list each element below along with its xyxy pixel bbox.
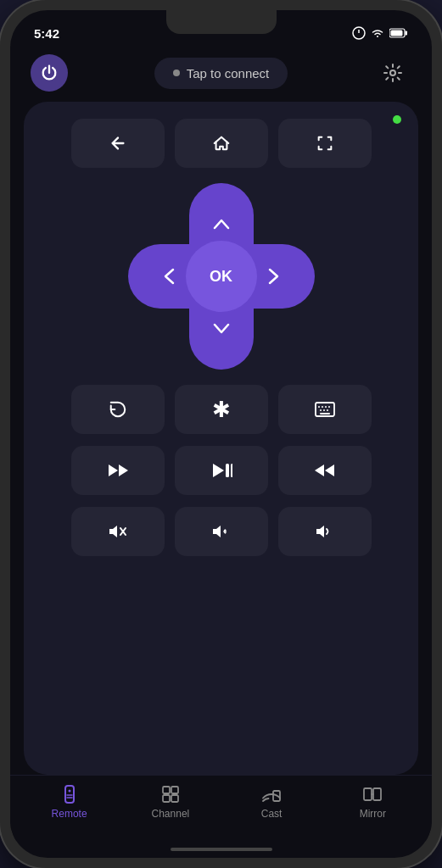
- keyboard-button[interactable]: [278, 385, 372, 434]
- playpause-icon: [210, 462, 232, 479]
- nav-item-mirror[interactable]: Mirror: [347, 784, 398, 820]
- remote-nav-icon: [59, 784, 80, 804]
- fullscreen-button[interactable]: [278, 119, 372, 168]
- chevron-right-icon: [268, 268, 280, 285]
- nav-item-channel[interactable]: Channel: [145, 784, 196, 820]
- dpad: OK: [128, 183, 315, 370]
- ok-label: OK: [210, 268, 232, 286]
- back-button[interactable]: [71, 119, 165, 168]
- notch: [166, 10, 277, 34]
- asterisk-label: ✱: [212, 397, 231, 423]
- svg-rect-28: [364, 788, 372, 800]
- power-icon: [40, 64, 59, 82]
- volume-up-button[interactable]: [278, 507, 372, 556]
- svg-rect-3: [406, 31, 408, 36]
- volume-up-icon: [314, 523, 336, 540]
- cast-nav-label: Cast: [261, 808, 283, 820]
- chevron-left-icon: [163, 268, 175, 285]
- remote-icon: [59, 784, 80, 804]
- settings-button[interactable]: [374, 54, 411, 92]
- mirror-icon: [362, 784, 383, 804]
- svg-rect-23: [163, 787, 170, 793]
- volume-down-button[interactable]: [175, 507, 268, 556]
- home-icon: [212, 134, 231, 153]
- home-indicator: [10, 841, 432, 858]
- mirror-nav-icon: [362, 784, 383, 804]
- signal-icon: [352, 26, 366, 40]
- phone-frame: 5:42: [0, 0, 442, 868]
- nav-item-remote[interactable]: Remote: [44, 784, 95, 820]
- bottom-nav: Remote Channel: [10, 775, 432, 841]
- playpause-button[interactable]: [175, 446, 268, 495]
- svg-rect-4: [391, 31, 403, 36]
- rewind-button[interactable]: [71, 446, 165, 495]
- channel-nav-label: Channel: [152, 808, 190, 820]
- header: Tap to connect: [10, 47, 432, 102]
- rewind-icon: [107, 463, 129, 478]
- replay-button[interactable]: [71, 385, 165, 434]
- svg-rect-24: [171, 787, 178, 793]
- media-row-3: [41, 507, 401, 556]
- mute-icon: [107, 523, 129, 540]
- battery-icon: [389, 28, 408, 38]
- svg-rect-15: [226, 464, 229, 477]
- svg-point-5: [390, 70, 395, 75]
- svg-rect-29: [373, 788, 381, 800]
- back-icon: [109, 134, 127, 153]
- power-button[interactable]: [31, 54, 68, 92]
- phone-screen: 5:42: [10, 10, 432, 858]
- home-button[interactable]: [175, 119, 268, 168]
- keyboard-icon: [315, 401, 335, 418]
- replay-icon: [109, 400, 127, 419]
- settings-icon: [383, 63, 403, 83]
- online-indicator: [393, 115, 401, 124]
- media-row-2: [41, 446, 401, 495]
- connect-button[interactable]: Tap to connect: [154, 58, 288, 89]
- svg-point-20: [68, 790, 70, 793]
- channel-nav-icon: [160, 784, 181, 804]
- home-bar: [171, 848, 272, 851]
- mute-button[interactable]: [71, 507, 165, 556]
- mirror-nav-label: Mirror: [360, 808, 386, 820]
- connect-status-dot: [173, 70, 180, 76]
- channel-icon: [160, 784, 181, 804]
- fastforward-icon: [314, 463, 336, 478]
- chevron-up-icon: [213, 218, 230, 230]
- chevron-down-icon: [213, 323, 230, 335]
- nav-item-cast[interactable]: Cast: [246, 784, 297, 820]
- connect-text: Tap to connect: [187, 66, 270, 81]
- svg-rect-16: [231, 464, 232, 477]
- options-button[interactable]: ✱: [175, 385, 268, 434]
- fullscreen-icon: [316, 134, 334, 153]
- status-icons: [352, 26, 408, 40]
- svg-rect-19: [65, 786, 74, 803]
- status-time: 5:42: [34, 26, 59, 41]
- svg-rect-25: [163, 795, 170, 802]
- svg-rect-26: [171, 795, 178, 802]
- cast-nav-icon: [261, 784, 282, 804]
- remote-nav-label: Remote: [52, 808, 87, 820]
- cast-icon: [261, 784, 282, 804]
- fastforward-button[interactable]: [278, 446, 372, 495]
- ok-button[interactable]: OK: [186, 241, 257, 312]
- volume-down-icon: [210, 523, 232, 540]
- nav-buttons-row: [41, 119, 401, 168]
- media-row-1: ✱: [41, 385, 401, 434]
- wifi-icon: [371, 28, 384, 38]
- remote-panel: OK ✱: [24, 102, 418, 775]
